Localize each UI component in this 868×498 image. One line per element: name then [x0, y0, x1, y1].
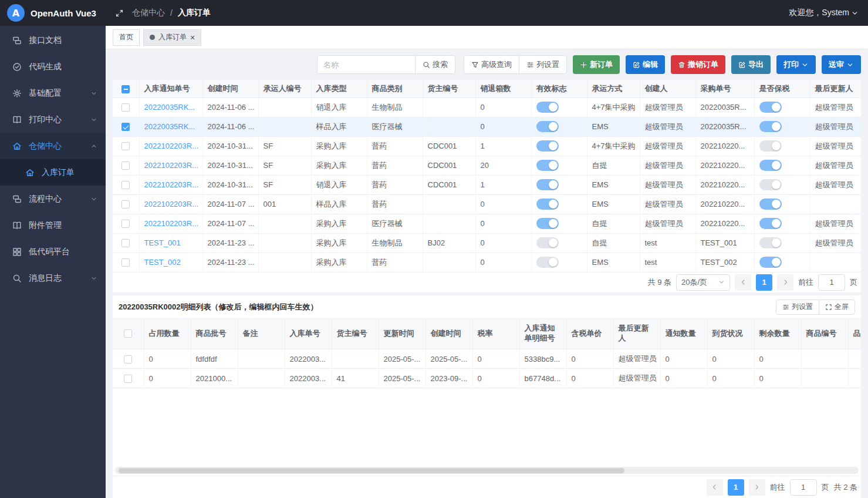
- bonded-toggle[interactable]: [759, 218, 782, 229]
- valid-flag-toggle[interactable]: [536, 179, 559, 190]
- detail-row[interactable]: 02021000...2022003...412025-05-...2023-0…: [113, 369, 861, 388]
- detail-prev-page-button[interactable]: [707, 479, 723, 496]
- valid-flag-toggle[interactable]: [536, 140, 559, 152]
- row-checkbox[interactable]: [121, 258, 130, 267]
- valid-flag-toggle[interactable]: [536, 160, 559, 171]
- sidebar-collapse-icon[interactable]: [115, 9, 124, 18]
- order-notice-link[interactable]: TEST_001: [144, 238, 181, 247]
- valid-flag-toggle[interactable]: [536, 198, 559, 210]
- sidebar-item-lowcode-platform[interactable]: 低代码平台: [0, 238, 106, 265]
- detail-column-header[interactable]: 更新时间: [379, 318, 425, 349]
- bonded-toggle[interactable]: [759, 198, 782, 210]
- detail-row[interactable]: 0fdfdfdf2022003...2025-05-...2025-05-...…: [113, 349, 861, 369]
- order-row[interactable]: 2022102203R...2024-10-31...SF采购入库普药CDC00…: [113, 156, 861, 175]
- advanced-query-button[interactable]: 高级查询: [464, 55, 519, 74]
- row-checkbox[interactable]: [121, 220, 130, 228]
- column-header[interactable]: 承运人编号: [258, 80, 311, 97]
- order-row[interactable]: 2022102203R...2024-11-07 ...采购入库医疗器械0自提超…: [113, 214, 861, 233]
- column-header[interactable]: 采购单号: [695, 80, 754, 97]
- order-notice-link[interactable]: 20220035RK...: [144, 103, 195, 112]
- column-header[interactable]: 最后更新人: [810, 80, 861, 97]
- sidebar-item-base-config[interactable]: 基础配置: [0, 80, 106, 106]
- detail-row-checkbox[interactable]: [124, 375, 132, 383]
- order-row[interactable]: 20220035RK...2024-11-06 ...销退入库生物制品04+7集…: [113, 97, 861, 117]
- sidebar-item-message-log[interactable]: 消息日志: [0, 265, 106, 291]
- detail-column-header[interactable]: 品: [848, 318, 861, 349]
- row-checkbox[interactable]: [121, 200, 130, 208]
- row-checkbox[interactable]: [121, 161, 130, 170]
- sidebar-item-process-center[interactable]: 流程中心: [0, 186, 106, 212]
- close-icon[interactable]: ×: [190, 33, 195, 42]
- bonded-toggle[interactable]: [759, 140, 782, 152]
- sidebar-item-code-gen[interactable]: 代码生成: [0, 53, 106, 80]
- order-notice-link[interactable]: 2022102203R...: [144, 219, 199, 228]
- detail-select-all-checkbox[interactable]: [124, 329, 132, 338]
- row-checkbox[interactable]: [121, 181, 130, 189]
- detail-column-header[interactable]: 最后更新人: [613, 318, 660, 349]
- order-notice-link[interactable]: 2022102203R...: [144, 200, 199, 208]
- order-notice-link[interactable]: TEST_002: [144, 258, 181, 267]
- detail-column-header[interactable]: 到货状况: [707, 318, 754, 349]
- bonded-toggle[interactable]: [759, 257, 782, 268]
- detail-column-header[interactable]: 商品编号: [801, 318, 848, 349]
- detail-column-header[interactable]: 通知数量: [660, 318, 707, 349]
- order-row[interactable]: TEST_0022024-11-23 ...采购入库普药0EMStestTEST…: [113, 253, 861, 272]
- page-size-select[interactable]: 20条/页: [676, 274, 730, 291]
- valid-flag-toggle[interactable]: [536, 102, 559, 113]
- prev-page-button[interactable]: [735, 274, 751, 291]
- sidebar-item-inbound-order[interactable]: 入库订单: [0, 159, 106, 186]
- detail-column-header[interactable]: 商品批号: [191, 318, 238, 349]
- order-row[interactable]: TEST_0012024-11-23 ...采购入库生物制品BJ020自提tes…: [113, 233, 861, 253]
- goto-page-input[interactable]: [818, 274, 845, 291]
- search-button[interactable]: 搜索: [415, 55, 455, 74]
- detail-column-header[interactable]: 剩余数量: [754, 318, 801, 349]
- column-header[interactable]: 有效标志: [531, 80, 587, 97]
- column-header[interactable]: 承运方式: [587, 80, 640, 97]
- sidebar-item-interface-docs[interactable]: 接口文档: [0, 27, 106, 53]
- valid-flag-toggle[interactable]: [536, 237, 559, 248]
- approve-button[interactable]: 送审: [822, 55, 861, 74]
- valid-flag-toggle[interactable]: [536, 218, 559, 229]
- row-checkbox[interactable]: [121, 239, 130, 247]
- detail-column-settings-button[interactable]: 列设置: [776, 300, 819, 315]
- order-notice-link[interactable]: 2022102203R...: [144, 180, 199, 189]
- select-all-checkbox[interactable]: [121, 85, 130, 93]
- detail-column-header[interactable]: 货主编号: [332, 318, 379, 349]
- detail-column-header[interactable]: 备注: [238, 318, 285, 349]
- bonded-toggle[interactable]: [759, 179, 782, 190]
- bonded-toggle[interactable]: [759, 160, 782, 171]
- column-header[interactable]: 入库类型: [311, 80, 367, 97]
- order-row[interactable]: 2022102203R...2024-10-31...SF采购入库普药CDC00…: [113, 136, 861, 156]
- tab-inbound-order[interactable]: 入库订单×: [143, 29, 201, 46]
- detail-column-header[interactable]: 含税单价: [566, 318, 613, 349]
- detail-column-header[interactable]: 入库单号: [285, 318, 332, 349]
- tab-home[interactable]: 首页: [113, 29, 140, 46]
- user-menu[interactable]: 欢迎您，System: [789, 8, 859, 18]
- detail-fullscreen-button[interactable]: 全屏: [819, 300, 855, 315]
- scrollbar-thumb[interactable]: [119, 468, 624, 473]
- column-settings-button[interactable]: 列设置: [519, 55, 567, 74]
- column-header[interactable]: 是否保税: [754, 80, 810, 97]
- column-header[interactable]: 货主编号: [423, 80, 475, 97]
- detail-row-checkbox[interactable]: [124, 355, 132, 364]
- cancel-order-button[interactable]: 撤销订单: [671, 55, 725, 74]
- detail-current-page-button[interactable]: 1: [728, 479, 744, 496]
- valid-flag-toggle[interactable]: [536, 257, 559, 268]
- order-row[interactable]: 2022102203R...2024-11-07 ...001样品入库普药0EM…: [113, 194, 861, 214]
- order-notice-link[interactable]: 2022102203R...: [144, 161, 199, 170]
- detail-next-page-button[interactable]: [749, 479, 765, 496]
- detail-column-header[interactable]: 入库通知单明细号: [519, 318, 566, 349]
- row-checkbox[interactable]: [121, 123, 130, 131]
- breadcrumb-section[interactable]: 仓储中心: [132, 8, 165, 18]
- row-checkbox[interactable]: [121, 142, 130, 150]
- column-header[interactable]: 商品类别: [367, 80, 423, 97]
- sidebar-item-attachment-mgmt[interactable]: 附件管理: [0, 212, 106, 238]
- edit-button[interactable]: 编辑: [626, 55, 665, 74]
- valid-flag-toggle[interactable]: [536, 121, 559, 132]
- bonded-toggle[interactable]: [759, 121, 782, 132]
- column-header[interactable]: 销退箱数: [475, 80, 531, 97]
- sidebar-item-print-center[interactable]: 打印中心: [0, 106, 106, 133]
- order-row[interactable]: 20220035RK...2024-11-06 ...样品入库医疗器械0EMS超…: [113, 117, 861, 136]
- column-header[interactable]: 创建时间: [202, 80, 258, 97]
- detail-column-header[interactable]: 创建时间: [425, 318, 472, 349]
